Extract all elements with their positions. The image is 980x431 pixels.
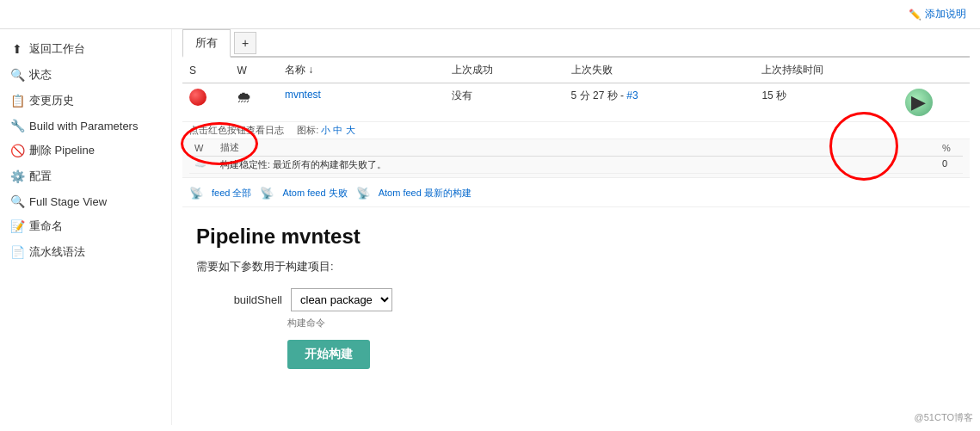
content-area: 所有 + S W 名称 ↓ 上次成功 上次失败 上次持续时间 — [172, 29, 980, 425]
rss-icon-all: 📡 — [189, 187, 203, 200]
col-last-success-header: 上次成功 — [445, 58, 564, 83]
sub-percent: 0 — [937, 157, 963, 174]
sub-col-desc: 描述 — [215, 139, 937, 157]
sidebar-item-full-stage[interactable]: 🔍 Full Stage View — [0, 189, 171, 213]
sidebar-item-back[interactable]: ⬆ 返回工作台 — [0, 36, 171, 62]
feed-latest-link[interactable]: Atom feed 最新的构建 — [379, 187, 472, 200]
feed-all-link[interactable]: feed 全部 — [212, 187, 251, 200]
status-icon: 🔍 — [10, 68, 24, 82]
table-row: 🌧 mvntest 没有 5 分 27 秒 - #3 15 秒 ▶ — [182, 83, 970, 122]
form-sublabel-buildshell: 构建命令 — [287, 317, 956, 329]
sidebar-item-pipeline-syntax[interactable]: 📄 流水线语法 — [0, 239, 171, 265]
action-cell: ▶ — [898, 83, 970, 122]
sub-col-w: W — [189, 139, 215, 157]
delete-icon: 🚫 — [10, 144, 24, 157]
feed-fail-link[interactable]: Atom feed 失败 — [282, 187, 347, 200]
job-link[interactable]: mvntest — [285, 89, 321, 101]
start-build-button[interactable]: 开始构建 — [287, 340, 370, 369]
col-s-header: S — [182, 58, 230, 83]
rebuild-icon[interactable]: ▶ — [905, 89, 933, 116]
back-icon: ⬆ — [10, 42, 24, 56]
sidebar-item-config[interactable]: ⚙️ 配置 — [0, 163, 171, 189]
pencil-icon: ✏️ — [909, 9, 921, 21]
build-table: S W 名称 ↓ 上次成功 上次失败 上次持续时间 🌧 — [182, 58, 970, 207]
last-fail-cell: 5 分 27 秒 - #3 — [564, 83, 755, 122]
sub-description: 构建稳定性: 最近所有的构建都失败了。 — [215, 157, 937, 174]
history-icon: 📋 — [10, 94, 24, 108]
watermark: @51CTO博客 — [915, 411, 973, 424]
job-name-cell: mvntest — [278, 83, 445, 122]
sub-table: W 描述 % ☁️ 构建稳定性: 最近所有的构建都失败了。 0 — [189, 139, 963, 174]
top-bar: ✏️ 添加说明 — [0, 0, 980, 29]
weather-cell: 🌧 — [230, 83, 277, 122]
status-cell — [182, 83, 230, 122]
label-row: 点击红色按钮查看日志 图标: 小 中 大 — [182, 122, 970, 139]
pipeline-subtitle: 需要如下参数用于构建项目: — [196, 259, 956, 274]
form-label-buildshell: buildShell — [196, 293, 282, 306]
table-header-row: S W 名称 ↓ 上次成功 上次失败 上次持续时间 — [182, 58, 970, 83]
sidebar-item-status[interactable]: 🔍 状态 — [0, 62, 171, 88]
rename-icon: 📝 — [10, 219, 24, 233]
feed-links-row: 📡 feed 全部 📡 Atom feed 失败 📡 Atom feed 最新的… — [182, 178, 970, 207]
full-stage-icon: 🔍 — [10, 194, 24, 208]
sidebar-item-delete[interactable]: 🚫 删除 Pipeline — [0, 138, 171, 163]
rss-icon-latest: 📡 — [356, 187, 370, 200]
status-red-ball[interactable] — [189, 89, 206, 106]
weather-icon: 🌧 — [237, 89, 252, 106]
pipeline-title: Pipeline mvntest — [196, 225, 956, 249]
build-shell-select[interactable]: clean packageclean installclean test — [291, 288, 392, 311]
col-last-fail-header: 上次失败 — [564, 58, 755, 83]
icon-large[interactable]: 大 — [346, 125, 355, 135]
fail-build-link[interactable]: #3 — [626, 89, 638, 102]
col-name-header: 名称 ↓ — [278, 58, 445, 83]
config-icon: ⚙️ — [10, 169, 24, 183]
form-row-buildshell: buildShell clean packageclean installcle… — [196, 288, 956, 311]
sub-table-header: W 描述 % — [189, 139, 963, 157]
add-comment-link[interactable]: ✏️ 添加说明 — [909, 7, 966, 22]
sidebar-item-build-params[interactable]: 🔧 Build with Parameters — [0, 114, 171, 138]
icon-mid[interactable]: 中 — [333, 125, 342, 135]
feed-links: 📡 feed 全部 📡 Atom feed 失败 📡 Atom feed 最新的… — [189, 183, 963, 203]
main-layout: ⬆ 返回工作台 🔍 状态 📋 变更历史 🔧 Build with Paramet… — [0, 29, 980, 425]
sidebar-item-history[interactable]: 📋 变更历史 — [0, 88, 171, 114]
last-duration-cell: 15 秒 — [755, 83, 897, 122]
sub-weather-icon: ☁️ — [189, 157, 215, 174]
tab-all[interactable]: 所有 — [182, 29, 231, 58]
sub-table-row-1: ☁️ 构建稳定性: 最近所有的构建都失败了。 0 — [189, 157, 963, 174]
tabs-bar: 所有 + — [182, 29, 970, 58]
col-action-header — [898, 58, 970, 83]
tab-add[interactable]: + — [234, 32, 256, 54]
col-last-duration-header: 上次持续时间 — [755, 58, 897, 83]
last-success-cell: 没有 — [445, 83, 564, 122]
icon-small[interactable]: 小 — [321, 125, 330, 135]
sub-table-row: W 描述 % ☁️ 构建稳定性: 最近所有的构建都失败了。 0 — [182, 139, 970, 178]
rss-icon-fail: 📡 — [260, 187, 274, 200]
form-row-submit: 开始构建 — [287, 340, 956, 369]
pipeline-syntax-icon: 📄 — [10, 245, 24, 259]
sub-col-pct: % — [937, 139, 963, 157]
sidebar: ⬆ 返回工作台 🔍 状态 📋 变更历史 🔧 Build with Paramet… — [0, 29, 172, 425]
col-w-header: W — [230, 58, 277, 83]
pipeline-section: Pipeline mvntest 需要如下参数用于构建项目: buildShel… — [182, 207, 970, 386]
build-params-icon: 🔧 — [10, 119, 24, 132]
sidebar-item-rename[interactable]: 📝 重命名 — [0, 213, 171, 239]
